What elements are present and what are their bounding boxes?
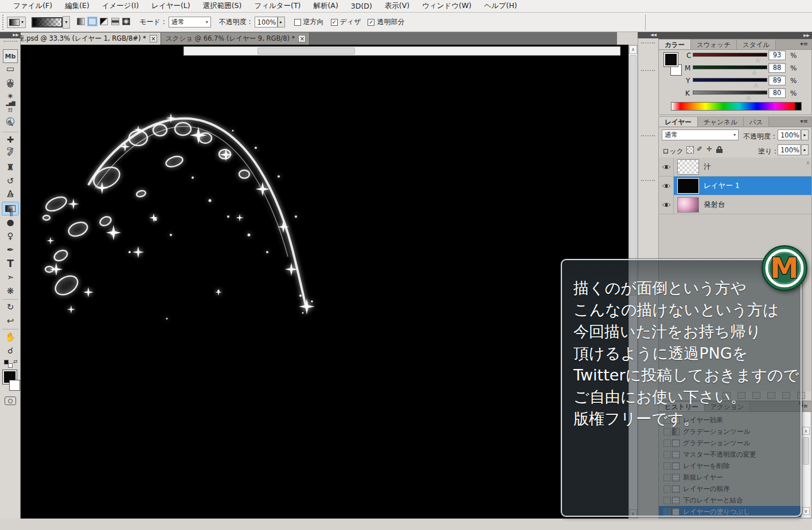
lock-transparency-icon[interactable] <box>686 146 694 154</box>
channel-m-thumb[interactable]: △ <box>752 69 756 75</box>
dodge-tool[interactable]: ♀ <box>2 229 19 243</box>
gradient-picker-arrow[interactable]: ▾ <box>63 16 70 29</box>
menu-view[interactable]: 表示(V) <box>378 1 416 11</box>
scroll-down-button[interactable]: ∨ <box>802 507 810 515</box>
layer-row-hasshadai[interactable]: 発射台 <box>659 195 811 214</box>
tab-channels[interactable]: チャンネル <box>698 117 744 127</box>
channel-y-slider[interactable] <box>693 78 767 82</box>
panel-menu-icon[interactable]: ▾≡ <box>797 117 811 127</box>
scroll-up-button[interactable]: ∧ <box>629 45 637 54</box>
channel-c-thumb[interactable]: △ <box>756 57 760 62</box>
menu-edit[interactable]: 編集(E) <box>58 1 96 11</box>
gradient-preview[interactable] <box>32 17 63 28</box>
lock-move-icon[interactable]: ✛ <box>706 145 712 153</box>
history-brush-tool[interactable]: ↺ <box>2 174 19 188</box>
layer-blend-mode-select[interactable]: 通常 ▾ <box>662 129 739 140</box>
dock-grip[interactable] <box>641 135 655 136</box>
tab-paths[interactable]: パス <box>744 117 770 127</box>
hand-tool[interactable]: ✋ <box>2 330 19 344</box>
custom-shape-tool[interactable]: ❋ <box>2 284 19 298</box>
quick-mask-button[interactable] <box>5 396 16 405</box>
visibility-eye-icon[interactable] <box>659 176 674 195</box>
close-icon[interactable]: × <box>298 35 306 42</box>
layer-row-layer1-selected[interactable]: レイヤー 1 <box>659 176 811 195</box>
dock-collapse-button[interactable]: ▶▶ <box>658 32 812 39</box>
channel-k-thumb[interactable]: △ <box>747 95 751 100</box>
clone-source-icon[interactable]: ♜ <box>3 160 18 174</box>
channel-k-slider[interactable] <box>693 91 767 95</box>
paragraph-panel-icon[interactable]: ¶ <box>3 205 18 219</box>
angle-gradient-button[interactable] <box>100 18 108 25</box>
transparency-checkbox[interactable]: ✓ <box>368 19 374 26</box>
toolbar-collapse-button[interactable]: ▶▶ <box>0 32 21 38</box>
tool-presets-icon[interactable]: ✑ <box>3 142 18 156</box>
rotate-3d-tool[interactable]: ↻ <box>2 300 19 314</box>
navigator-icon[interactable]: ☸ <box>3 78 18 92</box>
channel-y-thumb[interactable]: △ <box>754 82 758 88</box>
menu-help[interactable]: ヘルプ(H) <box>478 1 524 11</box>
swap-colors-icon[interactable]: ⇄ <box>13 359 18 364</box>
canvas[interactable] <box>21 45 628 519</box>
dock-grip[interactable] <box>641 42 655 44</box>
menu-file[interactable]: ファイル(F) <box>7 1 58 11</box>
document-tab-active[interactable]: 汁講座.psd @ 33.3% (レイヤー 1, RGB/8#) * × <box>0 33 161 45</box>
diamond-gradient-button[interactable] <box>122 18 130 25</box>
document-tab-inactive[interactable]: スクショ @ 66.7% (レイヤー 9, RGB/8) * × <box>161 33 310 45</box>
channel-m-slider[interactable] <box>693 65 767 69</box>
reverse-checkbox[interactable] <box>294 19 301 26</box>
pen-tool[interactable]: ✒ <box>2 243 19 257</box>
layer-fill-spinner[interactable]: ▸ <box>801 144 809 155</box>
tab-styles[interactable]: スタイル <box>737 40 776 49</box>
path-selection-tool[interactable]: ➣ <box>2 270 19 284</box>
opacity-spinner[interactable]: ▸ <box>278 17 285 28</box>
layer-name[interactable]: 汁 <box>704 162 711 172</box>
toolbar-grip[interactable] <box>3 41 17 42</box>
transparency-checkbox-row[interactable]: ✓ 透明部分 <box>368 17 404 27</box>
dither-checkbox[interactable]: ✓ <box>331 19 338 26</box>
canvas-horizontal-scrollbar[interactable] <box>184 46 620 56</box>
orbit-3d-tool[interactable]: ↩ <box>2 314 19 328</box>
channel-m-value[interactable]: 88 <box>768 63 786 73</box>
menu-window[interactable]: ウィンドウ(W) <box>416 1 478 11</box>
layer-fill-field[interactable]: 100% <box>778 144 801 155</box>
tab-swatches[interactable]: スウォッチ <box>691 40 737 49</box>
opacity-field[interactable]: 100% <box>255 17 278 28</box>
blend-mode-select[interactable]: 通常 ▾ <box>169 17 211 28</box>
dock-grip[interactable] <box>641 70 655 71</box>
reverse-checkbox-row[interactable]: 逆方向 <box>294 17 324 27</box>
visibility-eye-icon[interactable] <box>659 158 674 176</box>
dock-grip[interactable] <box>641 180 655 181</box>
lock-all-icon[interactable] <box>716 146 723 153</box>
horizontal-scroll-thumb[interactable] <box>257 48 355 54</box>
channel-c-slider[interactable] <box>693 53 767 57</box>
layer-opacity-spinner[interactable]: ▸ <box>801 129 809 140</box>
type-tool[interactable]: T <box>2 257 19 270</box>
reflected-gradient-button[interactable] <box>111 18 119 25</box>
dither-checkbox-row[interactable]: ✓ ディザ <box>331 17 361 27</box>
menu-analysis[interactable]: 解析(A) <box>307 1 344 11</box>
character-panel-icon[interactable]: A <box>3 187 18 201</box>
layer-row-shiru[interactable]: 汁 <box>659 158 811 176</box>
history-scroll-thumb[interactable] <box>803 437 809 465</box>
gradient-tool-preset-button[interactable]: ▾ <box>7 17 26 28</box>
layer-opacity-field[interactable]: 100% <box>778 129 801 140</box>
menu-layer[interactable]: レイヤー(L) <box>145 1 197 11</box>
layer-thumbnail[interactable] <box>677 159 699 175</box>
background-color-swatch[interactable] <box>9 380 20 391</box>
menu-select[interactable]: 選択範囲(S) <box>197 1 248 11</box>
color-spectrum-ramp[interactable] <box>671 102 802 111</box>
layer-name[interactable]: 発射台 <box>704 200 725 210</box>
color-foreground-swatch[interactable] <box>664 53 678 66</box>
tab-layers[interactable]: レイヤー <box>659 117 698 127</box>
dock-expand-button[interactable]: ◀◀ <box>638 32 658 38</box>
mini-bridge-icon[interactable]: Mb <box>3 49 18 63</box>
menu-filter[interactable]: フィルター(T) <box>248 1 307 11</box>
visibility-eye-icon[interactable] <box>659 195 674 214</box>
channel-y-value[interactable]: 89 <box>768 76 786 85</box>
layer-thumbnail[interactable] <box>677 197 699 213</box>
radial-gradient-button[interactable] <box>88 18 96 25</box>
menu-image[interactable]: イメージ(I) <box>96 1 145 11</box>
linear-gradient-button[interactable] <box>77 18 85 25</box>
rectangular-marquee-tool[interactable]: ▭ <box>2 62 19 76</box>
panel-menu-icon[interactable]: ▾≡ <box>797 40 811 49</box>
